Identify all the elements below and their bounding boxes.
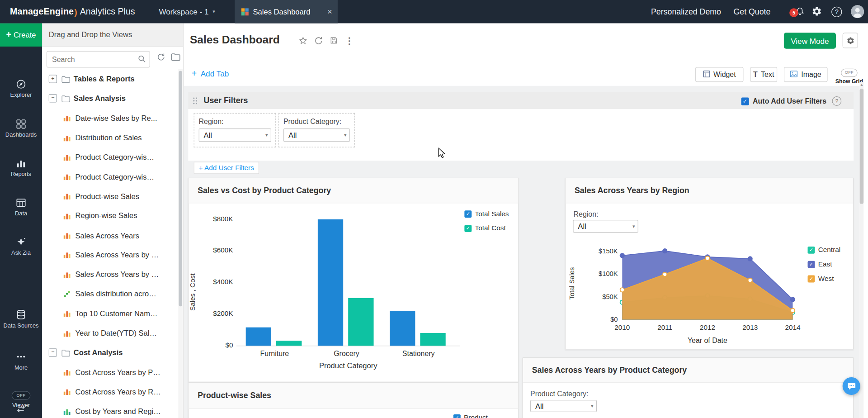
image-label: Image [801,71,821,79]
sidebar-item-more[interactable]: More [0,351,42,371]
product-category-filter-label: Product Category: [530,390,588,398]
chat-support-button[interactable] [843,377,860,395]
tree-view-top-10-customer-nam[interactable]: Top 10 Customer Nam… [42,304,178,323]
tree-folder-cost-analysis[interactable]: −Cost Analysis [42,343,178,362]
main-scrollbar[interactable] [860,82,864,418]
product-category-filter-value: All [535,402,543,410]
tree-view-date-wise-sales-by-re[interactable]: Date-wise Sales by Re... [42,109,178,128]
chart-panel-sales-vs-cost[interactable]: Sales vs Cost by Product Category $0$200… [188,178,519,382]
more-options-icon[interactable] [344,36,354,46]
views-scrollbar-thumb[interactable] [179,71,182,306]
legend-checkbox[interactable]: ✓ [453,414,461,418]
search-input[interactable] [47,51,150,68]
show-grid-state[interactable]: OFF [841,69,858,77]
add-user-filters-button[interactable]: + Add User Filters [194,162,259,174]
auto-add-user-filters-checkbox[interactable] [741,97,749,105]
chart-panel-sales-across-years-category[interactable]: Sales Across Years by Product Category P… [523,357,854,418]
tree-view-cost-across-years-by-p[interactable]: Cost Across Years by P… [42,362,178,382]
refresh-views-icon[interactable] [157,52,166,63]
save-icon[interactable] [329,36,339,46]
tree-view-product-wise-sales[interactable]: Product-wise Sales [42,186,178,206]
chart-type-icon [63,368,71,376]
brand-logo[interactable]: ManageEngineAnalytics Plus [10,0,135,23]
create-button[interactable]: Create [0,23,42,46]
chart-panel-sales-across-years-region[interactable]: Sales Across Years by Region Region: All… [565,178,854,350]
sidebar-collapse-icon[interactable] [0,405,42,413]
tree-view-label: Cost Across Years by P… [75,368,160,376]
dashboard-settings-button[interactable] [843,33,858,48]
chart-title-bar[interactable]: Sales Across Years by Product Category [523,358,853,383]
sidebar-item-explorer[interactable]: Explorer [0,79,42,99]
view-mode-button[interactable]: View Mode [784,33,836,49]
region-filter-value: All [578,222,586,230]
workspace-selector[interactable]: Workspace - 1 [159,0,215,23]
folder-icon [61,95,71,102]
legend-checkbox[interactable]: ✓ [464,225,472,232]
product-category-filter-select[interactable]: All [530,400,597,412]
refresh-dashboard-icon[interactable] [313,36,323,46]
user-filters-header[interactable]: User Filters Auto Add User Filters [188,92,854,109]
folder-icon [61,349,71,356]
chart-title-bar[interactable]: Sales Across Years by Region [566,178,853,203]
legend-item[interactable]: ✓Total Sales [464,210,509,218]
legend-item[interactable]: ✓East [808,261,841,268]
region-filter-select[interactable]: All [573,220,638,233]
tree-folder-tables-reports[interactable]: +Tables & Reports [42,69,178,89]
tab-sales-dashboard[interactable]: Sales Dashboard [235,0,338,23]
show-grid-toggle[interactable]: OFF Show Grid [831,66,867,84]
tree-view-sales-across-years[interactable]: Sales Across Years [42,226,178,245]
expand-collapsed-icon[interactable]: + [49,75,57,83]
legend-item[interactable]: ✓West [808,275,841,282]
region-filter-select[interactable]: All [199,128,271,142]
viewer-toggle[interactable]: OFF [12,391,31,400]
favorite-star-icon[interactable] [298,36,308,46]
tree-view-sales-across-years-by[interactable]: Sales Across Years by … [42,245,178,265]
chart-panel-product-wise-sales[interactable]: Product-wise Sales ✓ Product... [188,382,519,418]
notifications-bell-icon[interactable]: 5 [794,6,805,17]
get-quote-link[interactable]: Get Quote [733,0,770,23]
add-image-button[interactable]: Image [784,67,828,82]
scroll-up-arrow-icon[interactable] [860,82,864,86]
tab-close-icon[interactable] [327,7,332,16]
chart-title-bar[interactable]: Sales vs Cost by Product Category [189,178,519,203]
user-filters-help-icon[interactable] [832,96,841,106]
user-avatar[interactable] [851,5,864,18]
settings-gear-icon[interactable] [811,6,822,17]
chart-title-bar[interactable]: Product-wise Sales [189,383,519,409]
tree-view-sales-across-years-by[interactable]: Sales Across Years by … [42,265,178,284]
legend-item[interactable]: ✓Total Cost [464,224,509,232]
add-widget-button[interactable]: Widget [695,67,744,82]
sidebar-item-data[interactable]: Data [0,197,42,217]
sidebar-item-reports[interactable]: Reports [0,158,42,178]
tree-view-region-wise-sales[interactable]: Region-wise Sales [42,206,178,226]
personalized-demo-link[interactable]: Personalized Demo [651,0,721,23]
sidebar-item-data-sources[interactable]: Data Sources [0,309,42,329]
tree-view-product-category-wis[interactable]: Product Category-wis… [42,147,178,167]
help-icon[interactable] [831,7,842,17]
expand-expanded-icon[interactable]: − [49,349,57,357]
expand-expanded-icon[interactable]: − [49,95,57,103]
legend-item[interactable]: ✓Central [808,246,841,254]
main-scrollbar-thumb[interactable] [860,89,864,204]
tree-folder-label: Sales Analysis [74,95,126,103]
tree-view-year-to-date-ytd-sal[interactable]: Year to Date(YTD) Sal… [42,323,178,343]
sidebar-item-dashboards[interactable]: Dashboards [0,119,42,138]
drag-handle-icon[interactable] [193,97,198,107]
search-box[interactable] [47,51,150,68]
tree-view-distribution-of-sales[interactable]: Distribution of Sales [42,128,178,147]
chart-type-icon [63,388,71,396]
tree-view-product-category-wis[interactable]: Product Category-wis… [42,167,178,186]
add-tab-button[interactable]: Add Tab [192,69,229,79]
tree-folder-sales-analysis[interactable]: −Sales Analysis [42,89,178,108]
legend-checkbox[interactable]: ✓ [464,210,472,218]
tree-view-cost-by-years-and-regi[interactable]: Cost by Years and Regi… [42,402,178,418]
folder-view-icon[interactable] [171,52,180,63]
views-scrollbar[interactable] [178,69,183,418]
tree-view-sales-distribution-acro[interactable]: Sales distribution acro… [42,284,178,304]
product-category-filter-select[interactable]: All [283,128,350,142]
tree-view-cost-across-years-by-r[interactable]: Cost Across Years by R… [42,382,178,402]
sidebar-item-ask-zia[interactable]: Ask Zia [0,237,42,256]
add-text-button[interactable]: T Text [750,67,777,82]
legend-item[interactable]: ✓ Product... [453,414,494,418]
x-tick-label: Grocery [316,350,377,358]
